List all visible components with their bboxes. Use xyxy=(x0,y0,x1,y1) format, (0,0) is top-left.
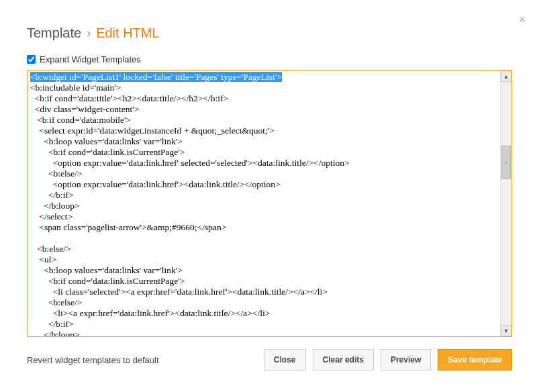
breadcrumb-current: Edit HTML xyxy=(96,26,159,41)
code-textarea[interactable]: <b:widget id='PageList1' locked='false' … xyxy=(28,70,500,336)
close-icon[interactable]: × xyxy=(518,13,526,26)
edit-html-modal: × Template › Edit HTML Expand Widget Tem… xyxy=(0,0,539,392)
expand-widget-templates-checkbox[interactable]: Expand Widget Templates xyxy=(0,54,539,70)
clear-edits-button[interactable]: Clear edits xyxy=(313,349,374,371)
scrollbar-thumb[interactable]: ≡ xyxy=(501,146,511,179)
modal-footer: Revert widget templates to default Close… xyxy=(0,337,539,371)
scrollbar-track[interactable]: ≡ xyxy=(501,82,511,325)
html-editor[interactable]: <b:widget id='PageList1' locked='false' … xyxy=(27,70,512,337)
breadcrumb-root[interactable]: Template xyxy=(27,26,81,41)
breadcrumb: Template › Edit HTML xyxy=(27,26,512,41)
save-template-button[interactable]: Save template xyxy=(438,349,512,371)
chevron-right-icon: › xyxy=(87,26,91,40)
scroll-up-arrow-icon[interactable]: ▲ xyxy=(501,70,511,82)
footer-buttons: Close Clear edits Preview Save template xyxy=(264,349,512,371)
expand-widget-templates-label: Expand Widget Templates xyxy=(40,54,141,64)
revert-templates-link[interactable]: Revert widget templates to default xyxy=(27,355,159,365)
modal-header: Template › Edit HTML xyxy=(0,0,539,54)
preview-button[interactable]: Preview xyxy=(381,349,431,371)
vertical-scrollbar[interactable]: ▲ ≡ ▼ xyxy=(500,70,511,336)
close-button[interactable]: Close xyxy=(264,349,306,371)
expand-widget-templates-input[interactable] xyxy=(27,55,36,64)
scroll-down-arrow-icon[interactable]: ▼ xyxy=(501,325,511,336)
